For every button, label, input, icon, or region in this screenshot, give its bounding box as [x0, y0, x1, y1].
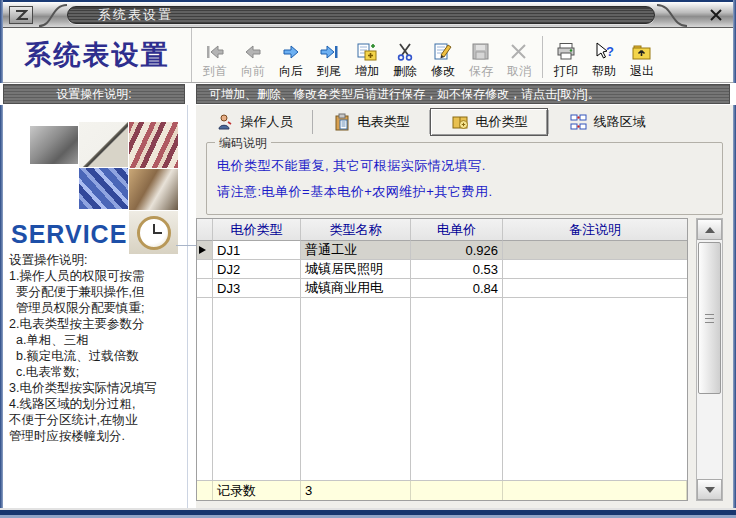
- cell-price-type[interactable]: DJ3: [213, 279, 301, 298]
- titlebar-curve-right: [657, 2, 687, 28]
- area-diagram-icon: [569, 113, 587, 131]
- cell-unit-price[interactable]: 0.926: [411, 241, 503, 260]
- cell-type-name[interactable]: 城镇商业用电: [301, 279, 411, 298]
- exit-button[interactable]: 退出: [623, 34, 661, 82]
- tab-meter-type[interactable]: 电表类型: [313, 107, 429, 137]
- to-first-icon: [204, 42, 226, 62]
- photo-tools: [30, 126, 78, 164]
- save-button[interactable]: 保存: [462, 34, 500, 82]
- row-indicator: [197, 279, 213, 298]
- cancel-button[interactable]: 取消: [500, 34, 538, 82]
- row-indicator: [197, 241, 213, 260]
- next-label: 向后: [279, 63, 303, 80]
- header-type-name[interactable]: 类型名称: [301, 219, 411, 241]
- previous-button[interactable]: 向前: [234, 34, 272, 82]
- watch-face: [137, 216, 171, 250]
- header-unit-price[interactable]: 电单价: [411, 219, 503, 241]
- delete-label: 删除: [393, 63, 417, 80]
- cell-type-name[interactable]: 普通工业: [301, 241, 411, 260]
- empty-cell: [411, 298, 503, 480]
- photo-pen: [79, 122, 128, 167]
- print-button[interactable]: 打印: [547, 34, 585, 82]
- photo-sticks: [129, 122, 178, 168]
- cell-price-type[interactable]: DJ2: [213, 260, 301, 279]
- record-count-value: 3: [301, 481, 411, 500]
- delete-button[interactable]: 删除: [386, 34, 424, 82]
- tab-operators[interactable]: 操作人员: [196, 107, 312, 137]
- main-panel: 操作人员 电表类型 电价类型: [196, 105, 733, 508]
- cell-remark[interactable]: [503, 260, 687, 279]
- modify-label: 修改: [431, 63, 455, 80]
- next-button[interactable]: 向后: [272, 34, 310, 82]
- to-first-label: 到首: [203, 63, 227, 80]
- empty-cell: [301, 298, 411, 480]
- groupbox-note-2: 请注意:电单价=基本电价+农网维护+其它费用.: [217, 183, 493, 201]
- scroll-down-button[interactable]: [697, 479, 722, 500]
- header-price-type[interactable]: 电价类型: [213, 219, 301, 241]
- modify-button[interactable]: 修改: [424, 34, 462, 82]
- exit-icon: [631, 42, 653, 62]
- toolbar-buttons: 到首 向前 向后 到尾: [196, 30, 661, 82]
- to-last-label: 到尾: [317, 63, 341, 80]
- clipboard-icon: [333, 113, 351, 131]
- info-row: 设置操作说明: 可增加、删除、修改各类型后请进行保存，如不保存修改，请点击[取消…: [0, 83, 736, 105]
- vertical-scrollbar[interactable]: [696, 218, 723, 501]
- photo-gloves: [129, 169, 178, 210]
- tab-price-type[interactable]: 电价类型: [430, 108, 548, 136]
- cell-price-type[interactable]: DJ1: [213, 241, 301, 260]
- titlebar[interactable]: 系统表设置: [3, 2, 733, 28]
- empty-cell: [213, 298, 301, 480]
- cell-unit-price[interactable]: 0.84: [411, 279, 503, 298]
- cell-remark[interactable]: [503, 241, 687, 260]
- help-label: 帮助: [592, 63, 616, 80]
- record-count-label: 记录数: [213, 481, 301, 500]
- previous-label: 向前: [241, 63, 265, 80]
- window-title: 系统表设置: [67, 6, 655, 24]
- cell-type-name[interactable]: 城镇居民照明: [301, 260, 411, 279]
- add-icon: [356, 42, 378, 62]
- empty-cell: [503, 298, 687, 480]
- scroll-up-button[interactable]: [697, 219, 722, 240]
- cancel-label: 取消: [507, 63, 531, 80]
- info-bar-right: 可增加、删除、修改各类型后请进行保存，如不保存修改，请点击[取消]。: [196, 84, 730, 104]
- add-button[interactable]: 增加: [348, 34, 386, 82]
- scroll-down-icon: [705, 487, 715, 493]
- person-icon: [216, 113, 234, 131]
- cell-unit-price[interactable]: 0.53: [411, 260, 503, 279]
- add-label: 增加: [355, 63, 379, 80]
- exit-label: 退出: [630, 63, 654, 80]
- to-last-icon: [318, 42, 340, 62]
- footer-indicator: [197, 481, 213, 500]
- table-empty-area: [197, 298, 687, 480]
- close-button[interactable]: [707, 6, 725, 24]
- tab-operators-label: 操作人员: [241, 113, 293, 131]
- to-first-button[interactable]: 到首: [196, 34, 234, 82]
- header-indicator: [197, 219, 213, 241]
- table-rows: DJ1普通工业0.926DJ2城镇居民照明0.53DJ3城镇商业用电0.84: [197, 241, 687, 298]
- service-label: SERVICE: [11, 220, 127, 249]
- groupbox-title: 编码说明: [215, 135, 271, 152]
- groupbox-note-1: 电价类型不能重复, 其它可根据实际情况填写.: [217, 157, 486, 175]
- toolbar-separator: [542, 36, 543, 78]
- info-bar-left: 设置操作说明:: [3, 84, 185, 104]
- app-window: 系统表设置 系统表设置 到首 向前: [0, 0, 736, 518]
- row-indicator: [197, 260, 213, 279]
- table-row[interactable]: DJ3城镇商业用电0.84: [197, 279, 687, 298]
- panel-divider: [187, 105, 188, 508]
- help-button[interactable]: ? 帮助: [585, 34, 623, 82]
- scrollbar-thumb[interactable]: [698, 242, 721, 394]
- save-icon: [470, 42, 492, 62]
- tab-line-area[interactable]: 线路区域: [549, 107, 665, 137]
- price-book-icon: [451, 113, 469, 131]
- table-row[interactable]: DJ2城镇居民照明0.53: [197, 260, 687, 279]
- header-remark[interactable]: 备注说明: [503, 219, 687, 241]
- tab-meter-type-label: 电表类型: [358, 113, 410, 131]
- cancel-icon: [508, 42, 530, 62]
- cell-remark[interactable]: [503, 279, 687, 298]
- table-row[interactable]: DJ1普通工业0.926: [197, 241, 687, 260]
- to-last-button[interactable]: 到尾: [310, 34, 348, 82]
- titlebar-curve-left: [37, 2, 67, 28]
- modify-icon: [432, 42, 454, 62]
- print-label: 打印: [554, 63, 578, 80]
- sidebar: SERVICE 设置操作说明: 1.操作人员的权限可按需 要分配便于兼职操作,但…: [3, 105, 187, 508]
